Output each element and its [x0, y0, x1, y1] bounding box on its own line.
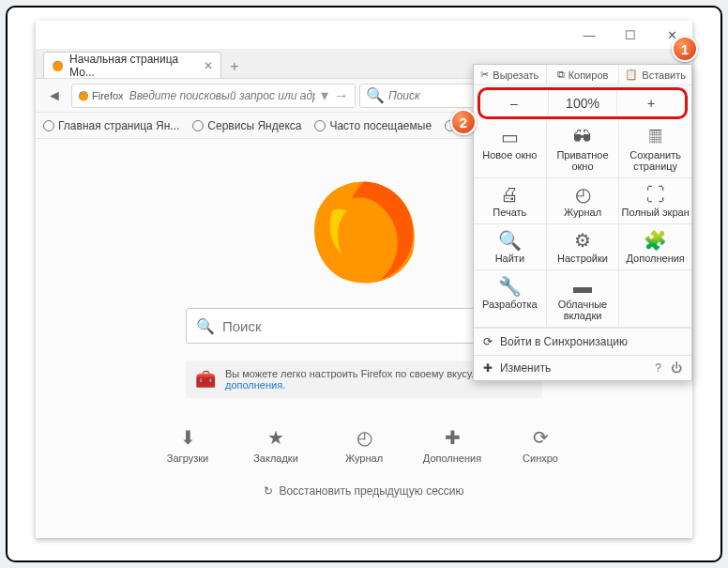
cut-icon: ✂ [480, 69, 489, 81]
copy-button[interactable]: ⧉Копиров [547, 65, 620, 84]
sync-icon: ⟳ [533, 426, 549, 449]
menu-find[interactable]: 🔍Найти [474, 224, 547, 269]
window-maximize[interactable]: ☐ [610, 21, 651, 49]
search-icon: 🔍 [366, 86, 385, 104]
app-menu-panel: ✂Вырезать ⧉Копиров 📋Вставить – 100% + ▭Н… [473, 64, 692, 381]
quick-addons[interactable]: ✚Дополнения [422, 426, 482, 464]
search-icon: 🔍 [498, 230, 522, 251]
toolbox-icon: 🧰 [195, 369, 216, 390]
power-icon[interactable]: ⏻ [671, 361, 682, 375]
firefox-icon [78, 90, 89, 101]
zoom-row: – 100% + [478, 87, 688, 119]
menu-footer: ✚ Изменить ? ⏻ [474, 355, 691, 380]
globe-icon [192, 120, 204, 131]
back-button[interactable]: ◄ [41, 83, 68, 109]
quick-bookmarks[interactable]: ★Закладки [246, 426, 306, 464]
menu-save-page[interactable]: 𝄜Сохранить страницу [619, 121, 691, 177]
firefox-icon [52, 59, 64, 72]
menu-developer[interactable]: 🔧Разработка [474, 270, 547, 327]
window-minimize[interactable]: — [569, 21, 610, 49]
download-icon: ⬇ [180, 426, 196, 449]
globe-icon [43, 120, 54, 131]
quick-sync[interactable]: ⟳Синхро [510, 426, 570, 464]
wrench-icon: 🔧 [498, 276, 522, 297]
menu-addons[interactable]: 🧩Дополнения [619, 224, 691, 269]
menu-print[interactable]: 🖨Печать [474, 178, 547, 223]
menu-history[interactable]: ◴Журнал [547, 178, 620, 223]
zoom-out-button[interactable]: – [480, 90, 549, 116]
page-icon: 𝄜 [649, 127, 661, 147]
active-tab[interactable]: Начальная страница Мо... ✕ [43, 52, 221, 78]
new-tab-button[interactable]: + [221, 55, 248, 78]
addons-link[interactable]: дополнения. [225, 379, 285, 391]
zoom-in-button[interactable]: + [617, 90, 685, 116]
copy-icon: ⧉ [557, 69, 565, 81]
clock-icon: ◴ [575, 184, 591, 205]
restore-icon: ↻ [264, 484, 273, 498]
tab-title: Начальная страница Мо... [69, 53, 198, 79]
gear-icon: ⚙ [574, 230, 591, 251]
plus-icon: ✚ [483, 361, 493, 375]
quick-links: ⬇Загрузки ★Закладки ◴Журнал ✚Дополнения … [158, 426, 570, 464]
paste-icon: 📋 [625, 69, 638, 81]
menu-sync[interactable]: ⟳ Войти в Синхронизацию [474, 328, 691, 355]
bookmark-item[interactable]: Часто посещаемые [314, 119, 432, 132]
menu-fullscreen[interactable]: ⛶Полный экран [619, 178, 691, 223]
star-icon: ★ [267, 426, 284, 449]
url-bar[interactable]: Firefox ▾ → [71, 84, 356, 108]
mask-icon: 🕶 [573, 127, 592, 147]
menu-empty [619, 270, 691, 327]
identity-box: Firefox [78, 90, 124, 101]
menu-settings[interactable]: ⚙Настройки [547, 224, 620, 269]
bookmark-item[interactable]: Главная страница Ян... [43, 119, 179, 132]
zoom-level: 100% [549, 90, 617, 116]
fullscreen-icon: ⛶ [646, 184, 665, 205]
quick-downloads[interactable]: ⬇Загрузки [158, 426, 218, 464]
bookmark-item[interactable]: Сервисы Яндекса [192, 119, 301, 132]
url-input[interactable] [129, 89, 315, 102]
clock-icon: ◴ [356, 426, 372, 449]
tab-close-icon[interactable]: ✕ [204, 59, 213, 72]
menu-cloud-tabs[interactable]: ▬Облачные вкладки [547, 270, 620, 327]
cloud-icon: ▬ [573, 276, 592, 297]
dropdown-icon[interactable]: ▾ [321, 86, 328, 104]
puzzle-icon: ✚ [445, 426, 461, 449]
firefox-logo [303, 167, 425, 289]
sync-icon: ⟳ [483, 335, 493, 348]
paste-button[interactable]: 📋Вставить [619, 65, 691, 84]
puzzle-icon: 🧩 [644, 230, 667, 251]
callout-1: 1 [672, 36, 698, 62]
menu-new-window[interactable]: ▭Новое окно [474, 121, 547, 177]
callout-2: 2 [450, 109, 477, 135]
quick-history[interactable]: ◴Журнал [334, 426, 394, 464]
help-icon[interactable]: ? [655, 361, 661, 375]
clipboard-row: ✂Вырезать ⧉Копиров 📋Вставить [474, 65, 691, 85]
print-icon: 🖨 [500, 184, 519, 205]
menu-customize[interactable]: Изменить [500, 361, 551, 375]
globe-icon [314, 120, 326, 131]
menu-private-window[interactable]: 🕶Приватное окно [547, 121, 620, 177]
go-arrow-icon[interactable]: → [334, 87, 349, 104]
search-icon: 🔍 [196, 317, 215, 335]
restore-session[interactable]: ↻ Восстановить предыдущую сессию [264, 484, 463, 498]
title-bar: — ☐ ✕ [36, 21, 692, 49]
cut-button[interactable]: ✂Вырезать [474, 65, 547, 84]
window-icon: ▭ [501, 127, 519, 147]
